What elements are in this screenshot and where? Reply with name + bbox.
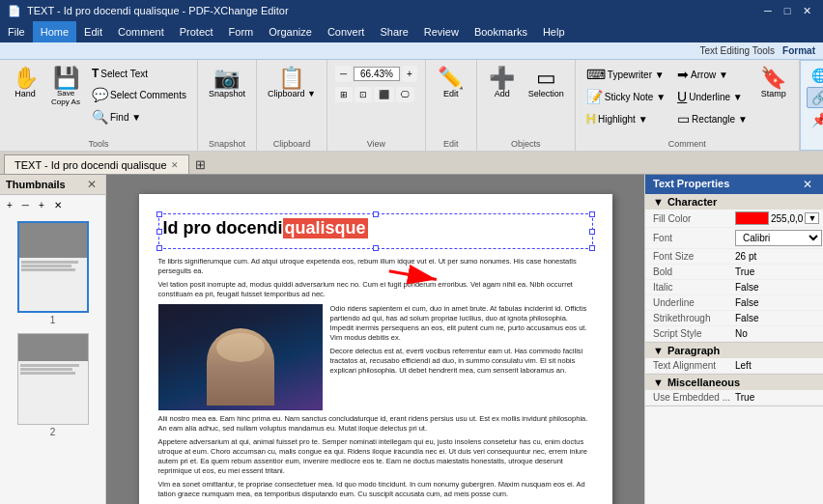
font-size-value: 26 pt (735, 251, 815, 262)
menu-form[interactable]: Form (221, 21, 262, 42)
hand-tool-button[interactable]: ✋ Hand (6, 64, 44, 127)
comment-col1: ⌨ Typewriter ▼ 📝 Sticky Note ▼ H Highlig… (582, 64, 670, 129)
font-select[interactable]: Calibri (735, 230, 822, 246)
select-comments-button[interactable]: 💬 Select Comments (87, 84, 191, 105)
edit-button[interactable]: ✏️ Edit (432, 64, 470, 127)
snapshot-group-label: Snapshot (209, 137, 245, 149)
web-links-button[interactable]: 🌐 Web Links ▼ (807, 65, 823, 86)
highlight-button[interactable]: H Highlight ▼ (582, 108, 670, 129)
paragraph-section-header[interactable]: ▼ Paragraph (645, 343, 823, 358)
view-btn-4[interactable]: 🖵 (396, 87, 414, 102)
select-text-icon: T (92, 67, 99, 80)
menu-comment[interactable]: Comment (110, 21, 172, 42)
menu-protect[interactable]: Protect (172, 21, 221, 42)
ribbon-group-tools: ✋ Hand 💾 SaveCopy As T Select Text 💬 Sel… (0, 60, 198, 151)
tab-bar: TEXT - Id pro docendi qualisque ✕ ⊞ (0, 152, 823, 175)
close-props-button[interactable]: ✕ (800, 178, 815, 191)
handle-bottom-right[interactable] (589, 245, 595, 251)
doc-tab[interactable]: TEXT - Id pro docendi qualisque ✕ (4, 154, 189, 174)
thumb-tool-zoom-out[interactable]: ─ (18, 198, 33, 212)
thumb-page-2[interactable]: 2 (17, 333, 89, 437)
close-button[interactable]: ✕ (798, 2, 815, 19)
view-content: ─ 66.43% + ⊞ ⊡ ⬛ 🖵 (333, 64, 419, 137)
select-text-label: Select Text (100, 69, 148, 79)
bold-value: True (735, 266, 815, 277)
menu-help[interactable]: Help (535, 21, 573, 42)
thumb-tool-close[interactable]: ✕ (50, 198, 66, 212)
title-bar-left: 📄 TEXT - Id pro docendi qualisque - PDF-… (8, 5, 289, 17)
highlight-label: Highlight ▼ (598, 114, 648, 125)
web-links-icon: 🌐 (811, 68, 823, 83)
clipboard-button[interactable]: 📋 Clipboard ▼ (263, 64, 321, 127)
view-btn-1[interactable]: ⊞ (335, 87, 353, 102)
menu-share[interactable]: Share (372, 21, 415, 42)
fill-color-swatch[interactable] (735, 211, 769, 225)
menu-edit[interactable]: Edit (76, 21, 110, 42)
menu-convert[interactable]: Convert (320, 21, 373, 42)
doc-tab-close[interactable]: ✕ (171, 160, 179, 170)
handle-mid-right[interactable] (589, 229, 595, 235)
comment-group-label: Comment (668, 137, 706, 149)
selection-button[interactable]: ▭ Selection (524, 64, 569, 127)
snapshot-label: Snapshot (209, 89, 245, 98)
handle-bottom-left[interactable] (156, 245, 162, 251)
view-btn-2[interactable]: ⊡ (355, 87, 372, 102)
zoom-in-button[interactable]: + (402, 66, 417, 82)
select-text-button[interactable]: T Select Text (87, 64, 191, 83)
font-size-label: Font Size (653, 251, 735, 262)
maximize-button[interactable]: □ (779, 2, 796, 19)
character-section-header[interactable]: ▼ Character (645, 194, 823, 210)
add-button[interactable]: ➕ Add (483, 64, 522, 127)
thumbnail-tools: + ─ + ✕ (0, 195, 105, 215)
view-group-label: View (367, 137, 385, 149)
snapshot-button[interactable]: 📷 Snapshot (204, 64, 250, 127)
menu-home[interactable]: Home (33, 21, 76, 42)
handle-top-right[interactable] (589, 211, 595, 217)
create-link-button[interactable]: 🔗 Create Link (807, 87, 823, 108)
create-link-icon: 🔗 (811, 90, 823, 105)
rectangle-button[interactable]: ▭ Rectangle ▼ (672, 108, 752, 129)
use-embedded-value: True (735, 392, 815, 403)
handle-mid-left[interactable] (156, 229, 162, 235)
view-btn-3[interactable]: ⬛ (374, 87, 394, 102)
stamp-button[interactable]: 🔖 Stamp (754, 64, 793, 127)
title-bar: 📄 TEXT - Id pro docendi qualisque - PDF-… (0, 0, 823, 21)
misc-section-header[interactable]: ▼ Miscellaneous (645, 375, 823, 390)
doc-tab-title: TEXT - Id pro docendi qualisque (14, 159, 167, 171)
underline-button[interactable]: U Underline ▼ (672, 86, 752, 107)
app-icon: 📄 (8, 5, 21, 17)
ribbon-group-view: ─ 66.43% + ⊞ ⊡ ⬛ 🖵 View (327, 60, 426, 151)
find-button[interactable]: 🔍 Find ▼ (87, 106, 191, 127)
new-tab-button[interactable]: ⊞ (189, 155, 212, 174)
comment-col2: ➡ Arrow ▼ U Underline ▼ ▭ Rectangle ▼ (672, 64, 752, 129)
typewriter-button[interactable]: ⌨ Typewriter ▼ (582, 64, 670, 85)
text-properties-panel: Text Properties ✕ ▼ Character Fill Color… (644, 175, 823, 504)
add-bookmark-button[interactable]: 📌 Add Bookmark (807, 109, 823, 130)
handle-bottom-mid[interactable] (373, 245, 379, 251)
typewriter-label: Typewriter ▼ (608, 70, 665, 80)
thumb-page-1-preview (17, 221, 89, 313)
select-tools-col: T Select Text 💬 Select Comments 🔍 Find ▼ (87, 64, 191, 127)
fill-color-dropdown[interactable]: ▼ (805, 212, 819, 224)
sticky-note-button[interactable]: 📝 Sticky Note ▼ (582, 86, 670, 107)
select-comments-label: Select Comments (110, 90, 186, 100)
thumb-page-1[interactable]: 1 (17, 221, 89, 325)
snapshot-content: 📷 Snapshot (204, 64, 250, 137)
thumb-tool-zoom-in[interactable]: + (35, 198, 48, 212)
handle-top-left[interactable] (156, 211, 162, 217)
save-copy-as-button[interactable]: 💾 SaveCopy As (46, 64, 85, 127)
fill-color-text: 255,0,0 (771, 213, 803, 224)
menu-review[interactable]: Review (416, 21, 467, 42)
zoom-out-button[interactable]: ─ (335, 66, 352, 82)
underline-label: Underline (653, 297, 735, 308)
minimize-button[interactable]: ─ (759, 2, 777, 19)
arrow-button[interactable]: ➡ Arrow ▼ (672, 64, 752, 85)
title-text-box[interactable]: Id pro docendi qualisque (158, 213, 593, 249)
thumb-tool-add[interactable]: + (3, 198, 16, 212)
menu-bookmarks[interactable]: Bookmarks (467, 21, 535, 42)
menu-file[interactable]: File (0, 21, 33, 42)
handle-top-mid[interactable] (373, 211, 379, 217)
window-title: TEXT - Id pro docendi qualisque - PDF-XC… (27, 5, 289, 16)
menu-organize[interactable]: Organize (261, 21, 320, 42)
close-thumbnails-button[interactable]: ✕ (84, 178, 99, 191)
